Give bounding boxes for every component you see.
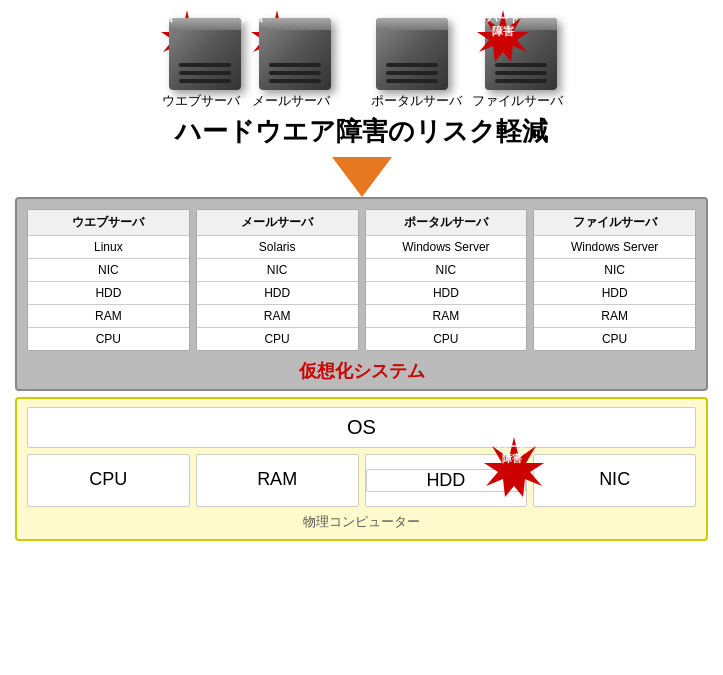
virt-col-mail-hdd: HDD <box>197 282 358 305</box>
phys-ram: RAM <box>196 454 359 507</box>
virt-col-mail-nic: NIC <box>197 259 358 282</box>
server-web: ハード障害 ウエブサーバ <box>161 10 241 110</box>
virt-col-file-name: ファイルサーバ <box>534 210 695 236</box>
arrow-down-icon <box>332 157 392 197</box>
server-label-web: ウエブサーバ <box>162 92 240 110</box>
virt-col-file: ファイルサーバ Windows Server NIC HDD RAM CPU <box>533 209 696 351</box>
burst-text-file: ハード障害 <box>479 12 527 38</box>
server-label-portal: ポータルサーバ <box>371 92 462 110</box>
phys-nic: NIC <box>533 454 696 507</box>
virt-col-portal: ポータルサーバ Windows Server NIC HDD RAM CPU <box>365 209 528 351</box>
phys-computer-label: 物理コンピューター <box>27 513 696 535</box>
phys-hdd-wrap: HDD ハード障害 <box>365 454 528 507</box>
phys-os: OS <box>27 407 696 448</box>
virt-col-file-os: Windows Server <box>534 236 695 259</box>
phys-hw-row: CPU RAM HDD ハード障害 NIC <box>27 454 696 507</box>
virt-col-file-nic: NIC <box>534 259 695 282</box>
virt-col-portal-cpu: CPU <box>366 328 527 350</box>
virt-col-web-ram: RAM <box>28 305 189 328</box>
virt-col-web-hdd: HDD <box>28 282 189 305</box>
top-servers-section: ハード障害 ウエブサーバ ハード障害 メールサーバ ポータルサーバ <box>0 0 723 110</box>
virt-col-mail-name: メールサーバ <box>197 210 358 236</box>
main-heading: ハードウエア障害のリスク軽減 <box>0 114 723 149</box>
server-icon-portal <box>376 18 448 90</box>
svg-marker-3 <box>484 437 544 497</box>
burst-hdd-icon <box>484 437 544 497</box>
virt-col-portal-hdd: HDD <box>366 282 527 305</box>
virt-server-grid: ウエブサーバ Linux NIC HDD RAM CPU メールサーバ Sola… <box>27 209 696 351</box>
virtualization-box: ウエブサーバ Linux NIC HDD RAM CPU メールサーバ Sola… <box>15 197 708 391</box>
virt-col-mail-os: Solaris <box>197 236 358 259</box>
virt-col-web-nic: NIC <box>28 259 189 282</box>
virt-col-web: ウエブサーバ Linux NIC HDD RAM CPU <box>27 209 190 351</box>
server-icon-web <box>169 18 241 90</box>
virt-col-mail-cpu: CPU <box>197 328 358 350</box>
top-left-servers: ハード障害 ウエブサーバ ハード障害 メールサーバ <box>161 10 331 110</box>
virt-col-web-os: Linux <box>28 236 189 259</box>
virt-col-portal-os: Windows Server <box>366 236 527 259</box>
virt-col-portal-ram: RAM <box>366 305 527 328</box>
virt-col-mail-ram: RAM <box>197 305 358 328</box>
virt-col-web-name: ウエブサーバ <box>28 210 189 236</box>
virt-col-file-cpu: CPU <box>534 328 695 350</box>
server-label-file: ファイルサーバ <box>472 92 563 110</box>
server-label-mail: メールサーバ <box>252 92 330 110</box>
arrow-down-section <box>0 157 723 197</box>
server-mail: ハード障害 メールサーバ <box>251 10 331 110</box>
virt-col-file-ram: RAM <box>534 305 695 328</box>
virt-col-web-cpu: CPU <box>28 328 189 350</box>
virt-system-label: 仮想化システム <box>27 351 696 389</box>
virt-col-file-hdd: HDD <box>534 282 695 305</box>
top-right-servers: ポータルサーバ ハード障害 ファイルサーバ <box>371 10 563 110</box>
server-icon-mail <box>259 18 331 90</box>
virt-col-mail: メールサーバ Solaris NIC HDD RAM CPU <box>196 209 359 351</box>
physical-computer-box: OS CPU RAM HDD ハード障害 NIC 物理コンピューター <box>15 397 708 541</box>
burst-text-web: ハード障害 <box>139 0 187 25</box>
server-file: ハード障害 ファイルサーバ <box>472 10 563 110</box>
virt-col-portal-name: ポータルサーバ <box>366 210 527 236</box>
burst-text-mail: ハード障害 <box>229 0 277 25</box>
phys-cpu: CPU <box>27 454 190 507</box>
server-portal: ポータルサーバ <box>371 10 462 110</box>
virt-col-portal-nic: NIC <box>366 259 527 282</box>
